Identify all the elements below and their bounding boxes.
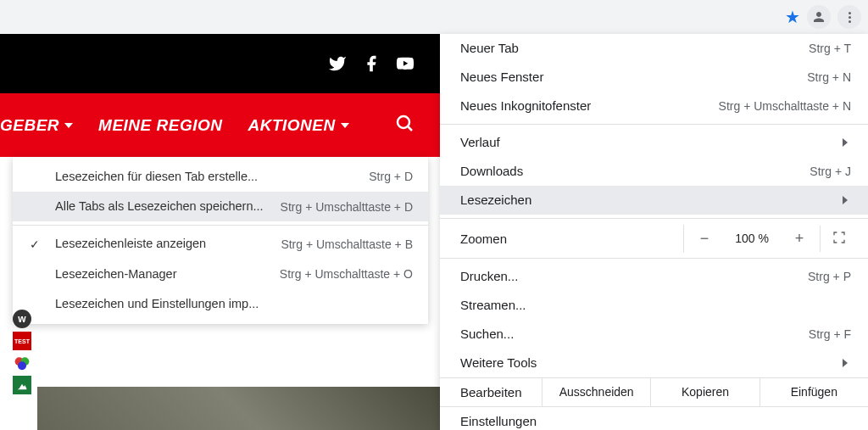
zoom-percentage: 100 %: [725, 232, 779, 245]
svg-point-4: [18, 361, 26, 370]
zoom-out-button[interactable]: −: [684, 225, 725, 253]
submenu-label: Lesezeichen-Manager: [55, 265, 176, 284]
nav-region[interactable]: MEINE REGION: [98, 116, 222, 135]
submenu-label: Lesezeichen und Einstellungen imp...: [55, 294, 259, 314]
person-icon: [811, 9, 826, 25]
menu-shortcut: Strg + N: [807, 68, 851, 87]
profile-button[interactable]: [807, 5, 831, 29]
submenu-bookmark-manager[interactable]: Lesezeichen-Manager Strg + Umschalttaste…: [13, 260, 428, 289]
facebook-icon[interactable]: [362, 54, 381, 73]
menu-label: Downloads: [460, 161, 523, 181]
submenu-separator: [13, 225, 428, 226]
chevron-right-icon: [843, 196, 848, 204]
menu-label: Lesezeichen: [460, 190, 531, 210]
menu-new-incognito[interactable]: Neues Inkognitofenster Strg + Umschaltta…: [440, 92, 868, 120]
submenu-shortcut: Strg + Umschalttaste + D: [281, 198, 413, 216]
bookmark-favicon-2[interactable]: TEST: [13, 332, 31, 350]
menu-settings[interactable]: Einstellungen: [440, 407, 868, 430]
svg-line-1: [409, 127, 413, 131]
menu-label: Weitere Tools: [460, 353, 537, 373]
check-icon: ✓: [30, 235, 40, 254]
bookmark-star-icon[interactable]: ★: [785, 7, 800, 27]
nav-aktionen[interactable]: AKTIONEN: [248, 116, 348, 135]
menu-history[interactable]: Verlauf: [440, 128, 868, 157]
menu-edit-row: Bearbeiten Ausschneiden Kopieren Einfüge…: [440, 377, 868, 407]
bookmark-favicon-4[interactable]: [13, 376, 31, 394]
menu-label: Neues Inkognitofenster: [460, 96, 591, 116]
search-icon: [394, 113, 415, 133]
nav-geber[interactable]: GEBER: [0, 116, 73, 135]
youtube-icon[interactable]: [396, 54, 415, 73]
menu-label: Einstellungen: [460, 411, 537, 430]
menu-print[interactable]: Drucken... Strg + P: [440, 262, 868, 291]
menu-shortcut: Strg + T: [809, 39, 851, 58]
submenu-label: Alle Tabs als Lesezeichen speichern...: [55, 197, 264, 216]
menu-label: Verlauf: [460, 132, 500, 153]
menu-bookmarks[interactable]: Lesezeichen: [440, 186, 868, 215]
cut-button[interactable]: Ausschneiden: [542, 378, 650, 406]
submenu-label: Lesezeichen für diesen Tab erstelle...: [55, 167, 258, 187]
submenu-bookmark-all-tabs[interactable]: Alle Tabs als Lesezeichen speichern... S…: [13, 192, 428, 221]
chevron-down-icon: [341, 123, 349, 128]
menu-find[interactable]: Suchen... Strg + F: [440, 320, 868, 349]
submenu-bookmark-tab[interactable]: Lesezeichen für diesen Tab erstelle... S…: [13, 162, 428, 192]
nav-geber-label: GEBER: [0, 116, 59, 135]
zoom-in-button[interactable]: +: [779, 225, 820, 253]
menu-downloads[interactable]: Downloads Strg + J: [440, 157, 868, 186]
browser-toolbar: ★: [0, 0, 868, 34]
social-bar: [0, 34, 440, 93]
menu-shortcut: Strg + Umschalttaste + N: [719, 97, 851, 115]
menu-label: Streamen...: [460, 295, 526, 316]
copy-button[interactable]: Kopieren: [650, 378, 759, 406]
menu-more-tools[interactable]: Weitere Tools: [440, 349, 868, 377]
menu-label: Neuer Tab: [460, 38, 519, 59]
submenu-shortcut: Strg + Umschalttaste + B: [281, 235, 413, 254]
menu-zoom-row: Zoomen − 100 % +: [440, 222, 868, 254]
submenu-show-bookmarks-bar[interactable]: ✓ Lesezeichenleiste anzeigen Strg + Umsc…: [13, 229, 428, 259]
menu-shortcut: Strg + J: [810, 162, 851, 181]
bookmarks-submenu: Lesezeichen für diesen Tab erstelle... S…: [13, 157, 428, 324]
chevron-right-icon: [843, 359, 848, 367]
menu-label: Drucken...: [460, 266, 518, 287]
bookmark-favicon-3[interactable]: [13, 354, 31, 372]
menu-label: Neues Fenster: [460, 67, 543, 87]
menu-cast[interactable]: Streamen...: [440, 291, 868, 320]
menu-label: Suchen...: [460, 324, 514, 344]
submenu-shortcut: Strg + Umschalttaste + O: [280, 265, 413, 283]
page-background: [37, 387, 440, 430]
bookmarks-bar-vertical: w TEST: [13, 310, 31, 394]
zoom-label: Zoomen: [460, 232, 683, 246]
edit-label: Bearbeiten: [440, 378, 542, 406]
search-button[interactable]: [394, 113, 415, 137]
main-menu-button[interactable]: [837, 5, 861, 29]
submenu-label: Lesezeichenleiste anzeigen: [55, 234, 206, 254]
chevron-right-icon: [843, 138, 848, 147]
menu-shortcut: Strg + F: [809, 325, 851, 343]
menu-separator: [440, 258, 868, 259]
twitter-icon[interactable]: [328, 54, 347, 73]
chevron-down-icon: [64, 123, 73, 128]
submenu-import-bookmarks[interactable]: Lesezeichen und Einstellungen imp...: [13, 289, 428, 319]
three-dots-icon: [849, 12, 851, 23]
paste-button[interactable]: Einfügen: [760, 378, 868, 406]
fullscreen-button[interactable]: [820, 226, 858, 252]
menu-new-tab[interactable]: Neuer Tab Strg + T: [440, 34, 868, 63]
menu-new-window[interactable]: Neues Fenster Strg + N: [440, 63, 868, 92]
menu-separator: [440, 218, 868, 219]
menu-separator: [440, 124, 868, 125]
svg-point-0: [398, 116, 409, 128]
nav-aktionen-label: AKTIONEN: [248, 116, 335, 135]
submenu-shortcut: Strg + D: [369, 167, 413, 186]
menu-shortcut: Strg + P: [808, 267, 851, 286]
site-nav: GEBER MEINE REGION AKTIONEN: [0, 93, 440, 157]
fullscreen-icon: [832, 231, 846, 244]
chrome-main-menu: Neuer Tab Strg + T Neues Fenster Strg + …: [440, 34, 868, 430]
nav-region-label: MEINE REGION: [98, 116, 222, 135]
bookmark-favicon-1[interactable]: w: [13, 310, 31, 328]
